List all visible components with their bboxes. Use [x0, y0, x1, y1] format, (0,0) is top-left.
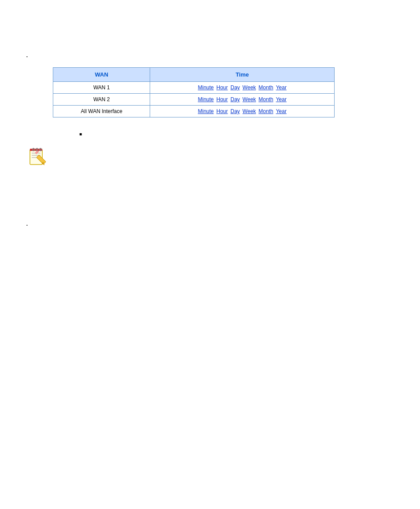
- wan2-time-links: Minute Hour Day Week Month Year: [150, 94, 335, 106]
- wan1-hour-link[interactable]: Hour: [217, 84, 228, 91]
- allwan-hour-link[interactable]: Hour: [217, 108, 228, 114]
- wan2-hour-link[interactable]: Hour: [217, 96, 228, 103]
- wan1-month-link[interactable]: Month: [258, 84, 273, 91]
- wan2-day-link[interactable]: Day: [231, 96, 240, 103]
- table-section: WAN Time WAN 1 Minute Hour Day Week Mont…: [53, 67, 394, 117]
- wan1-week-link[interactable]: Week: [243, 84, 256, 91]
- wan2-name: WAN 2: [53, 94, 150, 106]
- bullet-section-3: •: [26, 221, 394, 227]
- page-content: • WAN Time WAN 1 Minute Hour Day: [0, 0, 420, 245]
- wan1-time-links: Minute Hour Day Week Month Year: [150, 82, 335, 94]
- all-wan-name: All WAN Interface: [53, 106, 150, 117]
- bullet-dot-3: •: [26, 223, 28, 227]
- bullet-section-1: •: [26, 53, 394, 59]
- note-icon-container: [26, 145, 48, 168]
- table-row: WAN 2 Minute Hour Day Week Month Year: [53, 94, 335, 106]
- wan2-minute-link[interactable]: Minute: [198, 96, 214, 103]
- wan1-day-link[interactable]: Day: [231, 84, 240, 91]
- wan1-minute-link[interactable]: Minute: [198, 84, 214, 91]
- table-header-time: Time: [150, 68, 335, 82]
- bullet-dot-1: •: [26, 55, 28, 59]
- pencil-notepad-icon: [26, 145, 48, 167]
- bullet-section-2: ■: [79, 131, 394, 136]
- allwan-year-link[interactable]: Year: [276, 108, 287, 114]
- allwan-week-link[interactable]: Week: [243, 108, 256, 114]
- wan2-month-link[interactable]: Month: [258, 96, 273, 103]
- wan2-week-link[interactable]: Week: [243, 96, 256, 103]
- table-header-wan: WAN: [53, 68, 150, 82]
- table-row: All WAN Interface Minute Hour Day Week M…: [53, 106, 335, 117]
- note-section: [26, 145, 394, 168]
- wan1-year-link[interactable]: Year: [276, 84, 287, 91]
- all-wan-time-links: Minute Hour Day Week Month Year: [150, 106, 335, 117]
- table-row: WAN 1 Minute Hour Day Week Month Year: [53, 82, 335, 94]
- allwan-minute-link[interactable]: Minute: [198, 108, 214, 114]
- allwan-day-link[interactable]: Day: [231, 108, 240, 114]
- wan2-year-link[interactable]: Year: [276, 96, 287, 103]
- bullet-square-2: ■: [79, 132, 82, 136]
- allwan-month-link[interactable]: Month: [258, 108, 273, 114]
- wan-table: WAN Time WAN 1 Minute Hour Day Week Mont…: [53, 67, 335, 117]
- wan1-name: WAN 1: [53, 82, 150, 94]
